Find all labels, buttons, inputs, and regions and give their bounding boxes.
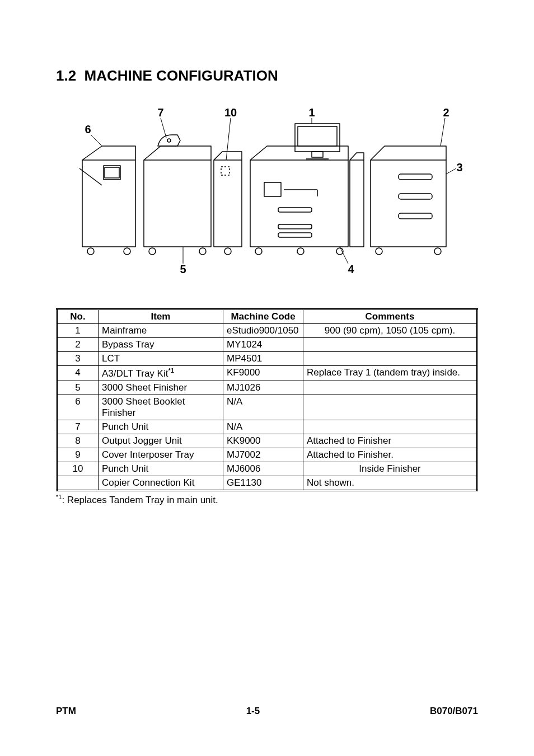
cell-no: 10 xyxy=(57,462,99,476)
th-no: No. xyxy=(57,309,99,324)
callout-2: 2 xyxy=(443,107,449,119)
callout-4: 4 xyxy=(348,263,354,275)
svg-point-8 xyxy=(149,248,156,255)
cell-no xyxy=(57,476,99,490)
cell-item-text: 3000 Sheet Finisher xyxy=(102,382,187,393)
callout-1: 1 xyxy=(308,107,315,119)
svg-line-34 xyxy=(91,135,102,146)
config-diagram-svg: 6 7 5 10 1 4 2 3 xyxy=(71,107,463,275)
cell-code: eStudio900/1050 xyxy=(223,324,303,338)
callout-6: 6 xyxy=(85,123,91,135)
section-title: MACHINE CONFIGURATION xyxy=(85,67,278,84)
section-number: 1.2 xyxy=(56,67,76,84)
cell-code: N/A xyxy=(223,395,303,420)
footnote-marker: *1 xyxy=(56,494,62,500)
config-table: No. Item Machine Code Comments 1Mainfram… xyxy=(56,308,478,491)
svg-point-7 xyxy=(167,139,171,142)
cell-comments: 900 (90 cpm), 1050 (105 cpm). xyxy=(303,324,477,338)
cell-item: LCT xyxy=(99,352,223,366)
svg-point-24 xyxy=(255,248,262,255)
svg-rect-27 xyxy=(350,160,364,247)
footer-center: 1-5 xyxy=(246,706,260,717)
page-footer: PTM 1-5 B070/B071 xyxy=(56,706,478,717)
table-row: 8Output Jogger UnitKK9000Attached to Fin… xyxy=(57,434,477,448)
cell-comments xyxy=(303,338,477,352)
svg-rect-23 xyxy=(278,233,312,237)
cell-item: Mainframe xyxy=(99,324,223,338)
cell-no: 2 xyxy=(57,338,99,352)
svg-point-9 xyxy=(199,248,206,255)
cell-item: Output Jogger Unit xyxy=(99,434,223,448)
cell-item: 3000 Sheet Finisher xyxy=(99,381,223,395)
cell-item: Punch Unit xyxy=(99,462,223,476)
cell-item: 3000 Sheet Booklet Finisher xyxy=(99,395,223,420)
svg-rect-6 xyxy=(144,160,211,247)
cell-comments: Replace Tray 1 (tandem tray) inside. xyxy=(303,366,477,381)
svg-rect-10 xyxy=(214,160,242,247)
footer-left: PTM xyxy=(56,706,76,717)
footnote: *1: Replaces Tandem Tray in main unit. xyxy=(56,494,478,506)
svg-line-39 xyxy=(446,168,456,174)
table-row: 4A3/DLT Tray Kit*1KF9000Replace Tray 1 (… xyxy=(57,366,477,381)
th-item: Item xyxy=(99,309,223,324)
svg-point-3 xyxy=(87,248,94,255)
cell-item-text: Copier Connection Kit xyxy=(102,477,194,488)
svg-point-4 xyxy=(124,248,130,255)
svg-rect-11 xyxy=(221,167,229,175)
cell-no: 9 xyxy=(57,448,99,462)
cell-item: Cover Interposer Tray xyxy=(99,448,223,462)
table-row: 10Punch UnitMJ6006Inside Finisher xyxy=(57,462,477,476)
cell-item: Punch Unit xyxy=(99,420,223,434)
footer-right: B070/B071 xyxy=(430,706,478,717)
svg-rect-28 xyxy=(371,160,446,247)
svg-rect-30 xyxy=(399,194,432,199)
cell-item: Bypass Tray xyxy=(99,338,223,352)
cell-item-text: Cover Interposer Tray xyxy=(102,449,194,460)
cell-comments xyxy=(303,420,477,434)
table-row: 1MainframeeStudio900/1050900 (90 cpm), 1… xyxy=(57,324,477,338)
svg-point-32 xyxy=(376,248,382,255)
section-heading: 1.2 MACHINE CONFIGURATION xyxy=(56,67,478,84)
th-com: Comments xyxy=(303,309,477,324)
cell-code: MJ6006 xyxy=(223,462,303,476)
cell-item-text: Output Jogger Unit xyxy=(102,435,182,446)
cell-item-text: A3/DLT Tray Kit xyxy=(102,368,168,379)
table-row: 7Punch UnitN/A xyxy=(57,420,477,434)
svg-rect-14 xyxy=(295,124,340,152)
cell-item-text: Mainframe xyxy=(102,325,147,336)
cell-code: MY1024 xyxy=(223,338,303,352)
cell-code: KF9000 xyxy=(223,366,303,381)
footnote-text: : Replaces Tandem Tray in main unit. xyxy=(62,494,218,505)
cell-code: MP4501 xyxy=(223,352,303,366)
svg-rect-2 xyxy=(105,167,119,178)
svg-rect-13 xyxy=(250,160,348,247)
table-row: 63000 Sheet Booklet FinisherN/A xyxy=(57,395,477,420)
cell-no: 5 xyxy=(57,381,99,395)
table-row: 2Bypass TrayMY1024 xyxy=(57,338,477,352)
svg-rect-29 xyxy=(399,174,432,180)
cell-no: 3 xyxy=(57,352,99,366)
svg-line-5 xyxy=(79,168,102,185)
table-row: 9Cover Interposer TrayMJ7002Attached to … xyxy=(57,448,477,462)
callout-5: 5 xyxy=(180,263,186,275)
svg-point-25 xyxy=(297,248,304,255)
cell-code: GE1130 xyxy=(223,476,303,490)
cell-comments: Attached to Finisher xyxy=(303,434,477,448)
cell-item: A3/DLT Tray Kit*1 xyxy=(99,366,223,381)
callout-10: 10 xyxy=(224,107,237,119)
cell-item-text: Punch Unit xyxy=(102,463,148,474)
svg-rect-16 xyxy=(312,152,323,157)
callout-3: 3 xyxy=(456,161,462,173)
th-code: Machine Code xyxy=(223,309,303,324)
cell-comments xyxy=(303,395,477,420)
cell-no: 1 xyxy=(57,324,99,338)
cell-no: 8 xyxy=(57,434,99,448)
svg-point-33 xyxy=(434,248,441,255)
cell-item: Copier Connection Kit xyxy=(99,476,223,490)
svg-line-38 xyxy=(441,118,445,146)
svg-line-35 xyxy=(161,118,166,138)
svg-line-36 xyxy=(226,118,231,160)
table-row: Copier Connection KitGE1130Not shown. xyxy=(57,476,477,490)
callout-7: 7 xyxy=(157,107,163,119)
svg-rect-31 xyxy=(399,213,432,219)
